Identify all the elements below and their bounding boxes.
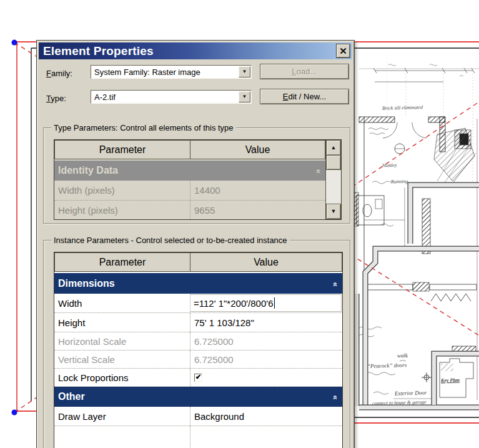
parameter-cell: Horizontal Scale: [54, 332, 190, 350]
edit-new-button[interactable]: Edit / New...: [260, 89, 349, 104]
value-column-header: Value: [190, 252, 342, 272]
parameter-cell: Vertical Scale: [54, 351, 190, 368]
family-dropdown-value: System Family: Raster image: [91, 67, 239, 77]
checkmark-icon: ✔: [195, 374, 201, 381]
dialog-title: Element Properties: [43, 44, 154, 58]
instance-parameters-table: Parameter Value Dimensions » Width =112'…: [54, 252, 343, 448]
type-label: Type:: [46, 94, 66, 103]
table-row: Width =112' 1"*200'/800'6: [54, 294, 342, 313]
close-icon: ✕: [339, 46, 347, 56]
value-cell: 9655: [190, 201, 325, 219]
parameter-column-header: Parameter: [54, 140, 190, 159]
type-parameters-group-label: Type Parameters: Control all elements of…: [51, 123, 236, 132]
table-row: Height 75' 1 103/128": [54, 313, 342, 332]
value-column-header: Value: [190, 140, 325, 159]
type-parameters-table: Parameter Value Identity Data » Width (p…: [54, 139, 342, 220]
drawing-annotation: Stanley: [382, 162, 397, 169]
type-dropdown-button[interactable]: ▼: [239, 91, 250, 102]
empty-table-area: [54, 426, 342, 448]
section-identity-data[interactable]: Identity Data »: [54, 161, 325, 181]
value-cell: 14400: [190, 181, 325, 200]
parameter-column-header: Parameter: [54, 252, 190, 272]
collapse-chevron-icon[interactable]: »: [314, 169, 322, 173]
parameter-cell: Draw Layer: [54, 407, 190, 426]
arrow-down-icon: ▼: [331, 209, 337, 214]
type-dropdown-value: A-2.tif: [91, 92, 239, 102]
parameter-cell: Lock Proportions: [54, 369, 190, 386]
family-label: Family:: [46, 69, 72, 78]
table-row: Lock Proportions ✔: [54, 369, 342, 387]
drawing-annotation: Exterior Door: [395, 389, 427, 396]
scrollbar-track[interactable]: [326, 170, 341, 204]
scroll-down-button[interactable]: ▼: [326, 204, 341, 219]
key-plan-label: Key Plan: [441, 377, 460, 384]
drawing-annotation: Running: [391, 179, 408, 185]
chevron-down-icon: ▼: [242, 69, 247, 74]
instance-parameters-group-label: Instance Parameters - Control selected o…: [51, 236, 290, 245]
highlighted-wall-path: [357, 185, 479, 407]
instance-parameters-group: Instance Parameters - Control selected o…: [43, 240, 350, 448]
vertical-scrollbar[interactable]: ▲ ▼: [325, 140, 341, 219]
dialog-titlebar[interactable]: Element Properties ✕: [39, 42, 352, 59]
parameter-cell: Width: [54, 294, 190, 312]
collapse-chevron-icon[interactable]: »: [330, 395, 338, 399]
table-row: Vertical Scale 6.725000: [54, 351, 342, 369]
table-header: Parameter Value: [54, 140, 325, 159]
height-value-cell[interactable]: 75' 1 103/128": [190, 313, 342, 332]
scrollbar-thumb[interactable]: [326, 156, 341, 170]
table-row: Draw Layer Background: [54, 407, 342, 426]
table-header: Parameter Value: [54, 252, 342, 272]
width-value-input[interactable]: =112' 1"*200'/800'6: [190, 294, 342, 312]
parameter-cell: Height (pixels): [54, 201, 190, 219]
draw-layer-value-cell[interactable]: Background: [190, 407, 342, 426]
drawing-annotation: “Peacock” doors: [367, 362, 407, 369]
arrow-up-icon: ▲: [331, 145, 337, 151]
section-other[interactable]: Other »: [54, 387, 342, 407]
table-row: Height (pixels) 9655: [54, 201, 325, 219]
text-caret: [274, 297, 275, 309]
revit-canvas: Brick sill eliminated Running Stanley wa…: [0, 0, 479, 448]
type-parameters-group: Type Parameters: Control all elements of…: [43, 127, 350, 224]
load-button[interactable]: Load...: [260, 64, 349, 79]
type-dropdown[interactable]: A-2.tif ▼: [91, 90, 252, 104]
table-row: Horizontal Scale 6.725000: [54, 332, 342, 351]
family-dropdown[interactable]: System Family: Raster image ▼: [91, 65, 252, 79]
family-dropdown-button[interactable]: ▼: [239, 66, 250, 77]
chevron-down-icon: ▼: [242, 94, 247, 99]
parameter-cell: Height: [54, 313, 190, 332]
horizontal-scale-value-cell: 6.725000: [190, 332, 342, 350]
lock-proportions-cell: ✔: [190, 369, 342, 386]
vertical-scale-value-cell: 6.725000: [190, 351, 342, 368]
table-row: Width (pixels) 14400: [54, 181, 325, 201]
drawing-annotation: walk: [397, 352, 408, 359]
drawing-annotation: Brick sill eliminated: [382, 104, 423, 111]
lock-proportions-checkbox[interactable]: ✔: [194, 374, 202, 382]
parameter-cell: Width (pixels): [54, 181, 190, 200]
selection-handle-top-left[interactable]: [12, 40, 17, 46]
section-dimensions[interactable]: Dimensions »: [54, 273, 342, 294]
close-button[interactable]: ✕: [336, 44, 350, 58]
collapse-chevron-icon[interactable]: »: [330, 282, 338, 286]
selection-handle-bottom-left[interactable]: [12, 410, 17, 416]
element-properties-dialog: Element Properties ✕ Family: System Fami…: [36, 40, 355, 448]
scroll-up-button[interactable]: ▲: [326, 140, 341, 156]
